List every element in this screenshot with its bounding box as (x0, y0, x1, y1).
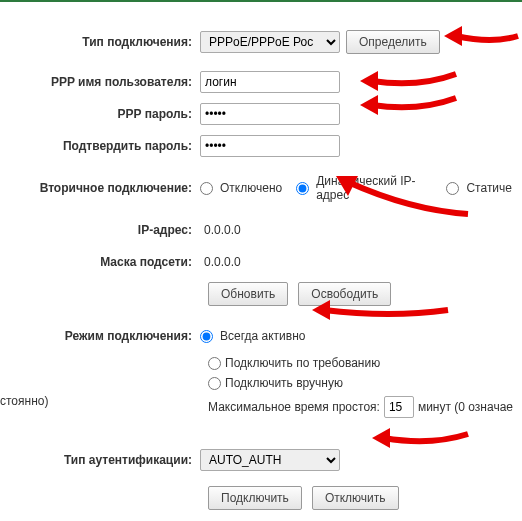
secondary-static-label[interactable]: Статиче (466, 181, 512, 195)
disconnect-button[interactable]: Отключить (312, 486, 399, 510)
renew-button[interactable]: Обновить (208, 282, 288, 306)
secondary-disabled-label[interactable]: Отключено (220, 181, 282, 195)
label-ppp-pass: PPP пароль: (0, 107, 200, 121)
secondary-dynamic-label[interactable]: Динамический IP-адрес (316, 174, 432, 202)
mask-value: 0.0.0.0 (200, 255, 241, 269)
connection-type-select[interactable]: PPPoE/PPPoE Рос (200, 31, 340, 53)
label-mask: Маска подсети: (0, 255, 200, 269)
mode-manual-radio[interactable] (208, 377, 221, 390)
label-ip: IP-адрес: (0, 223, 200, 237)
settings-form: Тип подключения: PPPoE/PPPoE Рос Определ… (0, 2, 522, 510)
label-mode: Режим подключения: (0, 329, 200, 343)
ppp-confirm-input[interactable] (200, 135, 340, 157)
label-connection-type: Тип подключения: (0, 35, 200, 49)
label-ppp-user: PPP имя пользователя: (0, 75, 200, 89)
idle-time-input[interactable] (384, 396, 414, 418)
label-ppp-conf: Подтвердить пароль: (0, 139, 200, 153)
secondary-static-radio[interactable] (446, 182, 459, 195)
secondary-dynamic-radio[interactable] (296, 182, 309, 195)
ppp-username-input[interactable] (200, 71, 340, 93)
mode-always-label[interactable]: Всегда активно (220, 329, 305, 343)
idle-suffix: минут (0 означае (418, 400, 513, 414)
secondary-disabled-radio[interactable] (200, 182, 213, 195)
truncated-text-left: стоянно) (0, 394, 48, 408)
ppp-password-input[interactable] (200, 103, 340, 125)
mode-always-radio[interactable] (200, 330, 213, 343)
auth-type-select[interactable]: AUTO_AUTH (200, 449, 340, 471)
ip-value: 0.0.0.0 (200, 223, 241, 237)
idle-prefix: Максимальное время простоя: (208, 400, 380, 414)
connect-button[interactable]: Подключить (208, 486, 302, 510)
label-auth: Тип аутентификации: (0, 453, 200, 467)
mode-manual-label[interactable]: Подключить вручную (225, 376, 343, 390)
detect-button[interactable]: Определить (346, 30, 440, 54)
mode-demand-radio[interactable] (208, 357, 221, 370)
mode-demand-label[interactable]: Подключить по требованию (225, 356, 380, 370)
label-secondary: Вторичное подключение: (0, 181, 200, 195)
release-button[interactable]: Освободить (298, 282, 391, 306)
